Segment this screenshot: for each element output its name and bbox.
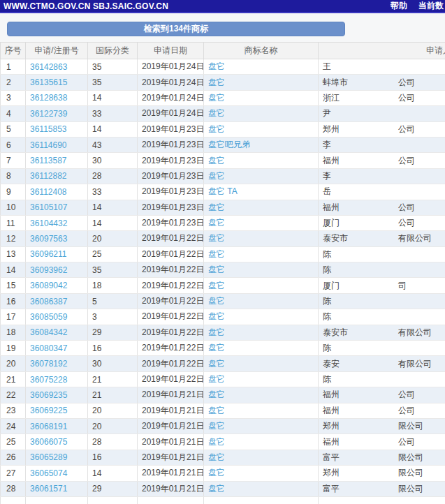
trademark-link[interactable]: 盘它 [208,281,225,290]
cell-reg-number[interactable]: 36068191 [26,418,88,433]
cell-reg-number[interactable]: 36080347 [26,341,88,356]
trademark-link[interactable]: 盘它 [208,171,225,181]
trademark-link[interactable]: 盘它 [208,202,225,212]
help-link[interactable]: 帮助 [391,0,407,12]
cell-trademark[interactable]: 盘它 TA [204,184,319,200]
reg-number-link[interactable]: 36096211 [30,249,67,259]
cell-trademark[interactable]: 盘它 [204,231,319,246]
trademark-link[interactable]: 盘它 [208,452,225,462]
cell-reg-number[interactable]: 36112408 [26,184,88,200]
trademark-link[interactable]: 盘它 [208,124,225,134]
trademark-link[interactable]: 盘它 [208,93,225,103]
reg-number-link[interactable]: 36066075 [30,437,67,447]
reg-number-link[interactable]: 36069225 [30,406,67,415]
cell-reg-number[interactable]: 36128638 [26,90,88,105]
cell-reg-number[interactable]: 36085059 [26,309,88,325]
trademark-link[interactable]: 盘它 [208,468,225,477]
reg-number-link[interactable]: 36135615 [30,77,67,87]
trademark-link[interactable]: 盘它 [208,108,225,118]
cell-trademark[interactable]: 盘它 [204,434,319,450]
reg-number-link[interactable]: 36128638 [30,93,67,103]
trademark-link[interactable]: 盘它 [208,249,225,259]
trademark-link[interactable]: 盘它 TA [208,186,238,196]
cell-reg-number[interactable]: 36089042 [26,278,88,293]
cell-trademark[interactable]: 盘它 [204,293,319,309]
cell-trademark[interactable]: 盘它 [204,215,319,230]
cell-reg-number[interactable]: 36112882 [26,168,88,184]
trademark-link[interactable]: 盘它 [208,390,225,399]
trademark-link[interactable]: 盘它 [208,484,225,494]
cell-trademark[interactable]: 盘它 [204,371,319,387]
cell-reg-number[interactable]: 36142863 [26,59,88,75]
cell-reg-number[interactable]: 36114690 [26,137,88,152]
cell-reg-number[interactable]: 36075228 [26,371,88,387]
reg-number-link[interactable]: 36115853 [30,124,67,134]
cell-trademark[interactable]: 盘它 [204,121,319,137]
cell-reg-number[interactable]: 36078192 [26,356,88,371]
trademark-link[interactable]: 盘它 [208,359,225,369]
cell-trademark[interactable]: 盘它 [204,246,319,262]
reg-number-link[interactable]: 36068191 [30,422,67,431]
reg-number-link[interactable]: 36113587 [30,156,67,165]
trademark-link[interactable]: 盘它 [208,437,225,447]
cell-trademark[interactable]: 盘它 [204,153,319,168]
reg-number-link[interactable]: 36061571 [30,484,67,494]
cell-trademark[interactable]: 盘它 [204,262,319,278]
trademark-link[interactable]: 盘它 [208,421,225,431]
reg-number-link[interactable]: 36104432 [30,218,67,228]
cell-trademark[interactable]: 盘它 [204,168,319,184]
cell-reg-number[interactable]: 36086387 [26,293,88,309]
trademark-link[interactable]: 盘它 [208,156,225,165]
reg-number-link[interactable]: 36097563 [30,234,67,244]
cell-trademark[interactable]: 盘它 [204,59,319,75]
trademark-link[interactable]: 盘它 [208,265,225,274]
trademark-link[interactable]: 盘它 [208,296,225,306]
cell-trademark[interactable]: 盘它 [204,466,319,481]
cell-reg-number[interactable]: 36069235 [26,387,88,403]
trademark-link[interactable]: 盘它 [208,218,225,228]
reg-number-link[interactable]: 36065074 [30,468,67,478]
cell-trademark[interactable]: 盘它 [204,75,319,90]
reg-number-link[interactable]: 36142863 [30,62,67,72]
trademark-link[interactable]: 盘它 [208,311,225,321]
trademark-link[interactable]: 盘它 [208,406,225,415]
reg-number-link[interactable]: 36078192 [30,359,67,369]
cell-trademark[interactable]: 盘它 [204,309,319,325]
cell-reg-number[interactable]: 36122739 [26,106,88,121]
cell-reg-number[interactable]: 36097563 [26,231,88,246]
reg-number-link[interactable]: 36114690 [30,140,67,150]
reg-number-link[interactable]: 36085059 [30,312,67,322]
cell-reg-number[interactable]: 36061571 [26,481,88,496]
cell-trademark[interactable]: 盘它吧兄弟 [204,137,319,152]
reg-number-link[interactable]: 36089042 [30,281,67,290]
cell-reg-number[interactable]: 36065074 [26,466,88,481]
cell-reg-number[interactable]: 36105107 [26,200,88,215]
reg-number-link[interactable]: 36080347 [30,343,67,353]
cell-reg-number[interactable]: 36096211 [26,246,88,262]
trademark-link[interactable]: 盘它吧兄弟 [208,140,250,149]
cell-trademark[interactable]: 盘它 [204,403,319,418]
cell-reg-number[interactable]: 36104432 [26,215,88,230]
cell-reg-number[interactable]: 36084342 [26,325,88,340]
trademark-link[interactable]: 盘它 [208,374,225,384]
cell-trademark[interactable]: 盘它 [204,278,319,293]
cell-reg-number[interactable]: 36065289 [26,450,88,465]
cell-trademark[interactable]: 盘它 [204,356,319,371]
cell-trademark[interactable]: 盘它 [204,341,319,356]
trademark-link[interactable]: 盘它 [208,77,225,87]
cell-trademark[interactable]: 盘它 [204,325,319,340]
reg-number-link[interactable]: 36084342 [30,327,67,337]
reg-number-link[interactable]: 36112882 [30,171,67,181]
cell-reg-number[interactable]: 36069225 [26,403,88,418]
cell-trademark[interactable]: 盘它 [204,90,319,105]
reg-number-link[interactable]: 36069235 [30,390,67,400]
cell-trademark[interactable]: 盘它 [204,200,319,215]
cell-reg-number[interactable]: 36093962 [26,262,88,278]
cell-reg-number[interactable]: 36113587 [26,153,88,168]
trademark-link[interactable]: 盘它 [208,233,225,243]
reg-number-link[interactable]: 36065289 [30,452,67,462]
reg-number-link[interactable]: 36093962 [30,265,67,275]
cell-reg-number[interactable]: 36066075 [26,434,88,450]
reg-number-link[interactable]: 36112408 [30,187,67,197]
cell-trademark[interactable]: 盘它 [204,387,319,403]
